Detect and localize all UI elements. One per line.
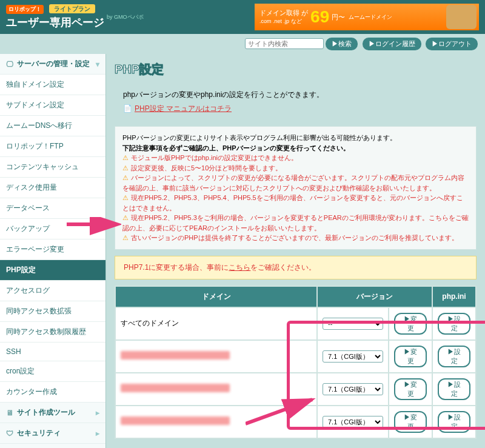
login-history-button[interactable]: ▶ログイン履歴 <box>363 38 421 50</box>
warning-item: 現在PHP5.2、PHP5.3、PHP5.4、PHP5.5をご利用の場合、バージ… <box>122 193 469 213</box>
sidebar-item-counter[interactable]: カウンター作成 <box>0 382 105 403</box>
sidebar: 🖵サーバーの管理・設定▾ 独自ドメイン設定 サブドメイン設定 ムームーDNSへ移… <box>0 54 106 448</box>
warning-item: 古いバージョンのPHPは提供を終了することがございますので、最新バージョンのご利… <box>122 233 469 243</box>
warning-item: バージョンによって、スクリプトの変更が必要になる場合がございます。スクリプトの配… <box>122 173 469 193</box>
logo-badge: ロリポップ！ <box>6 5 44 14</box>
main-content: PHP設定 phpバージョンの変更やphp.iniの設定を行うことができます。 … <box>106 54 485 448</box>
table-row: 7.1（CGI版） ▶変 更 ▶設 定 <box>116 373 475 405</box>
search-button[interactable]: ▶検索 <box>326 38 358 50</box>
redacted-domain <box>121 384 230 392</box>
plan-badge: ライトプラン <box>49 4 95 13</box>
notice-lead1: PHPバージョンの変更によりサイト表示やプログラム利用に影響が出る可能性がありま… <box>122 133 469 143</box>
monitor-icon: 🖥 <box>6 409 13 417</box>
version-select[interactable]: 7.1（CGI版） <box>323 350 383 363</box>
domain-table: ドメイン バージョン php.ini すべてのドメイン -- ▶変 更 ▶設 定… <box>115 286 477 439</box>
redacted-domain <box>121 351 230 359</box>
th-domain: ドメイン <box>116 287 316 307</box>
redacted-domain <box>121 416 230 425</box>
phpini-set-button[interactable]: ▶設 定 <box>438 378 470 400</box>
sidebar-item-errorpage[interactable]: エラーページ変更 <box>0 239 105 260</box>
alert-link[interactable]: こちら <box>229 263 250 272</box>
page-brand-title: ユーザー専用ページ <box>6 15 104 30</box>
header: ロリポップ！ ライトプラン ユーザー専用ページ by GMOペパボ ドメイン取得… <box>0 0 485 34</box>
ad-line1: ドメイン取得 が <box>259 8 308 18</box>
sidebar-item-database[interactable]: データベース <box>0 198 105 219</box>
php71-alert: PHP7.1に変更する場合、事前にこちらをご確認ください。 <box>115 256 477 279</box>
notice-box: PHPバージョンの変更によりサイト表示やプログラム利用に影響が出る可能性がありま… <box>115 126 477 250</box>
phpini-set-button[interactable]: ▶設 定 <box>438 411 470 433</box>
th-phpini: php.ini <box>433 287 475 307</box>
ad-price: 69 <box>310 7 329 27</box>
version-select[interactable]: 7.1（CGI版） <box>323 416 383 428</box>
table-row: 7.1（CGI版） ▶変 更 ▶設 定 <box>116 406 475 438</box>
sidebar-item-backup[interactable]: バックアップ <box>0 219 105 239</box>
sidebar-group-security[interactable]: 🛡セキュリティ▸ <box>0 423 105 444</box>
sidebar-item-domain[interactable]: 独自ドメイン設定 <box>0 75 105 95</box>
ad-unit: 円〜 <box>332 13 345 22</box>
sidebar-item-subdomain[interactable]: サブドメイン設定 <box>0 95 105 116</box>
ad-brand: ムームードメイン <box>349 13 392 21</box>
table-row: 7.1（CGI版） ▶変 更 ▶設 定 <box>116 341 475 372</box>
intro-text: phpバージョンの変更やphp.iniの設定を行うことができます。 <box>123 90 468 100</box>
page-title: PHP設定 <box>115 61 477 78</box>
sidebar-item-ssh[interactable]: SSH <box>0 343 105 361</box>
document-icon: 📄 <box>123 104 132 113</box>
table-row: すべてのドメイン -- ▶変 更 ▶設 定 <box>116 308 475 339</box>
change-button[interactable]: ▶変 更 <box>394 378 427 400</box>
chevron-right-icon: ▸ <box>96 429 99 438</box>
sidebar-item-cron[interactable]: cron設定 <box>0 361 105 382</box>
sidebar-item-disk[interactable]: ディスク使用量 <box>0 178 105 198</box>
sidebar-group-server[interactable]: 🖵サーバーの管理・設定▾ <box>0 54 105 75</box>
sidebar-item-accesslog[interactable]: アクセスログ <box>0 281 105 301</box>
change-button[interactable]: ▶変 更 <box>394 346 427 367</box>
sidebar-item-concurrent-history[interactable]: 同時アクセス数制限履歴 <box>0 322 105 343</box>
domain-all: すべてのドメイン <box>116 308 316 339</box>
change-button[interactable]: ▶変 更 <box>394 411 427 433</box>
shield-icon: 🛡 <box>6 429 13 438</box>
sidebar-item-php[interactable]: PHP設定 <box>0 260 105 281</box>
sidebar-item-cache[interactable]: コンテンツキャッシュ <box>0 157 105 178</box>
ad-line2: .com .net .jp など <box>259 18 308 25</box>
phpini-set-button[interactable]: ▶設 定 <box>438 346 470 367</box>
sidebar-item-concurrent[interactable]: 同時アクセス数拡張 <box>0 301 105 322</box>
phpini-set-button[interactable]: ▶設 定 <box>438 313 470 335</box>
toolbar: ▶検索 ▶ログイン履歴 ▶ログアウト <box>0 34 485 54</box>
search-input[interactable] <box>245 38 324 49</box>
warning-item: モジュール版PHPではphp.iniの設定変更はできません。 <box>122 153 469 163</box>
server-icon: 🖵 <box>6 60 13 69</box>
manual-link[interactable]: PHP設定 マニュアルはコチラ <box>135 104 232 113</box>
ad-banner[interactable]: ドメイン取得 が .com .net .jp など 69 円〜 ムームードメイン <box>255 4 479 30</box>
notice-lead2: 下記注意事項を必ずご確認の上、PHPバージョンの変更を行ってください。 <box>122 143 469 153</box>
warning-item: 設定変更後、反映に5〜10分ほど時間を要します。 <box>122 163 469 173</box>
sidebar-item-muumuu[interactable]: ムームーDNSへ移行 <box>0 116 105 136</box>
version-select[interactable]: -- <box>323 318 383 330</box>
sidebar-group-site[interactable]: 🖥サイト作成ツール▸ <box>0 403 105 423</box>
logout-button[interactable]: ▶ログアウト <box>426 38 478 50</box>
sidebar-group-mail[interactable]: ✉メール▸ <box>0 444 105 448</box>
th-version: バージョン <box>318 287 432 307</box>
chevron-right-icon: ▸ <box>96 409 99 417</box>
chevron-down-icon: ▾ <box>96 60 99 69</box>
warning-item: 現在PHP5.2、PHP5.3をご利用の場合、バージョンを変更するとPEARのご… <box>122 213 469 233</box>
version-select[interactable]: 7.1（CGI版） <box>323 383 383 395</box>
dog-image <box>446 5 477 29</box>
byline: by GMOペパボ <box>107 13 144 21</box>
sidebar-item-ftp[interactable]: ロリポップ！FTP <box>0 136 105 157</box>
change-button[interactable]: ▶変 更 <box>394 313 427 335</box>
